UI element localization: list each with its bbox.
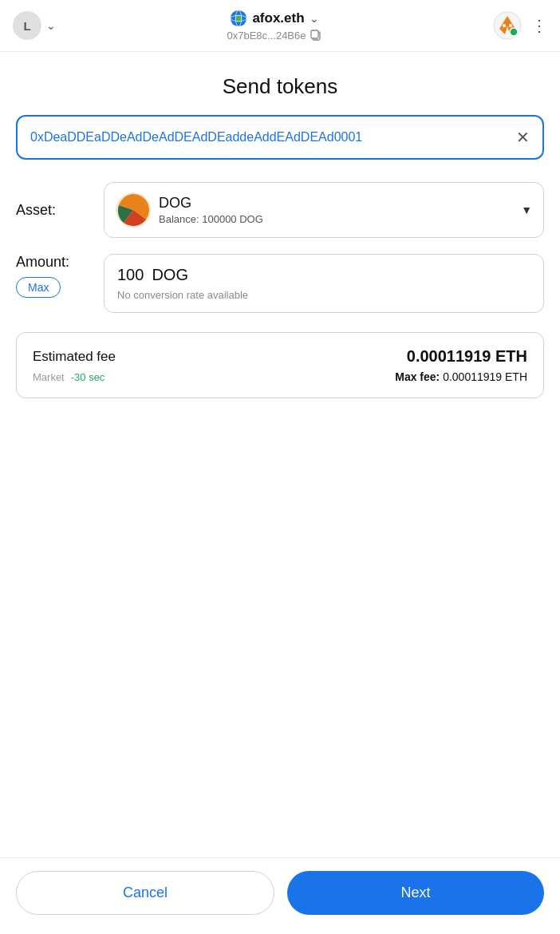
asset-dropdown-arrow-icon: ▼ bbox=[521, 204, 532, 216]
max-fee-value: 0.00011919 ETH bbox=[443, 370, 527, 383]
main-content: 0xDeaDDEaDDeAdDeAdDEAdDEaddeAddEAdDEAd00… bbox=[0, 115, 560, 398]
next-button[interactable]: Next bbox=[287, 871, 544, 915]
dog-token-icon bbox=[116, 192, 151, 228]
svg-point-10 bbox=[503, 24, 506, 27]
eth-globe-icon bbox=[230, 10, 247, 27]
svg-rect-5 bbox=[311, 30, 318, 38]
footer: Cancel Next bbox=[0, 857, 560, 934]
conversion-text: No conversion rate available bbox=[117, 289, 530, 301]
amount-label: Amount: bbox=[16, 254, 104, 271]
asset-label: Asset: bbox=[16, 202, 104, 219]
asset-symbol: DOG bbox=[159, 195, 513, 212]
cancel-button[interactable]: Cancel bbox=[16, 871, 274, 915]
address-input-container[interactable]: 0xDeaDDEaDDeAdDeAdDEAdDEaddeAddEAdDEAd00… bbox=[16, 115, 544, 160]
avatar: L bbox=[13, 11, 41, 40]
asset-row: Asset: DOG Balance: bbox=[16, 182, 544, 238]
fee-card: Estimated fee 0.00011919 ETH Market -30 … bbox=[16, 332, 544, 398]
account-info: afox.eth ⌄ 0x7bE8c...24B6e bbox=[227, 10, 321, 42]
header: L ⌄ afox.eth ⌄ 0x7bE8c...24B6e bbox=[0, 0, 560, 52]
amount-label-col: Amount: Max bbox=[16, 254, 104, 298]
page-title: Send tokens bbox=[0, 74, 560, 99]
fee-market-label: Market bbox=[33, 371, 65, 383]
max-fee-text: Max fee: 0.00011919 ETH bbox=[395, 370, 527, 383]
fee-label: Estimated fee bbox=[33, 349, 116, 365]
svg-point-13 bbox=[510, 28, 518, 36]
fee-market-row: Market -30 sec bbox=[33, 371, 105, 383]
fee-time-label: -30 sec bbox=[71, 371, 105, 383]
asset-info: DOG Balance: 100000 DOG bbox=[159, 195, 513, 225]
clear-address-button[interactable]: ✕ bbox=[516, 128, 530, 147]
amount-value: 100 bbox=[117, 266, 144, 284]
asset-dropdown[interactable]: DOG Balance: 100000 DOG ▼ bbox=[104, 182, 544, 238]
svg-point-12 bbox=[507, 30, 508, 32]
account-address-text: 0x7bE8c...24B6e bbox=[227, 30, 306, 42]
asset-balance: Balance: 100000 DOG bbox=[159, 213, 513, 225]
svg-point-11 bbox=[509, 24, 512, 27]
header-actions: ⋮ bbox=[493, 11, 547, 40]
metamask-icon[interactable] bbox=[493, 11, 522, 40]
address-input: 0xDeaDDEaDDeAdDeAdDEAdDEaddeAddEAdDEAd00… bbox=[30, 129, 508, 146]
account-chevron-icon: ⌄ bbox=[46, 19, 56, 32]
account-selector[interactable]: L ⌄ bbox=[13, 11, 56, 40]
max-button[interactable]: Max bbox=[16, 277, 61, 298]
amount-unit: DOG bbox=[152, 266, 188, 284]
account-dropdown-icon: ⌄ bbox=[310, 12, 319, 25]
amount-box[interactable]: 100 DOG No conversion rate available bbox=[104, 254, 544, 313]
max-fee-label: Max fee: bbox=[395, 370, 440, 383]
more-options-icon[interactable]: ⋮ bbox=[531, 16, 547, 35]
account-name: afox.eth bbox=[252, 10, 304, 26]
amount-row: Amount: Max 100 DOG No conversion rate a… bbox=[16, 254, 544, 313]
fee-amount: 0.00011919 ETH bbox=[407, 347, 527, 366]
copy-icon[interactable] bbox=[310, 29, 322, 42]
